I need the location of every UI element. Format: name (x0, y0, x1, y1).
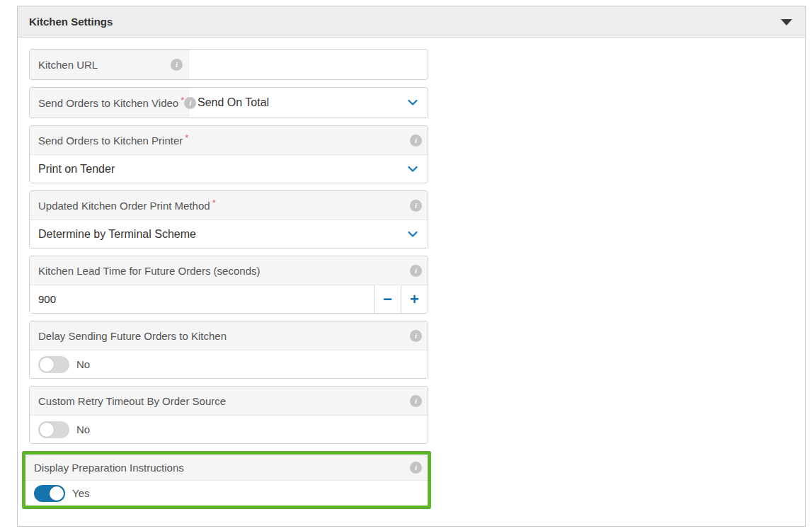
info-icon[interactable]: i (410, 395, 422, 407)
field-label: Updated Kitchen Order Print Method (38, 200, 210, 212)
kitchen-url-input[interactable] (198, 50, 419, 79)
field-display-preparation-instructions: Display Preparation Instructions i Yes (22, 451, 431, 509)
field-label: Delay Sending Future Orders to Kitchen (38, 330, 227, 342)
field-custom-retry-timeout: Custom Retry Timeout By Order Source i N… (29, 386, 428, 444)
info-icon[interactable]: i (410, 265, 422, 277)
prep-instructions-toggle-row: Yes (25, 481, 428, 506)
chevron-down-icon (406, 228, 419, 241)
kitchen-video-select[interactable]: Send On Total (189, 88, 428, 118)
retry-toggle[interactable] (38, 421, 69, 438)
plus-icon: + (410, 292, 419, 307)
required-marker: * (212, 198, 216, 208)
toggle-knob (40, 423, 54, 437)
lead-time-input[interactable] (30, 285, 374, 313)
selected-value: Determine by Terminal Scheme (38, 228, 196, 241)
prep-instructions-toggle[interactable] (34, 485, 65, 502)
field-label: Kitchen URL (38, 59, 98, 71)
field-label-row: Delay Sending Future Orders to Kitchen i (30, 321, 428, 350)
field-kitchen-url: Kitchen URL i (29, 49, 428, 80)
increment-button[interactable]: + (401, 285, 428, 313)
panel-header: Kitchen Settings (18, 6, 805, 38)
field-send-orders-kitchen-video: Send Orders to Kitchen Video * i Send On… (29, 87, 428, 118)
field-label: Custom Retry Timeout By Order Source (38, 395, 226, 407)
info-icon[interactable]: i (410, 462, 422, 474)
delay-toggle[interactable] (38, 356, 69, 373)
toggle-state-label: No (76, 423, 90, 435)
selected-value: Send On Total (198, 96, 269, 109)
required-marker: * (181, 95, 184, 105)
toggle-state-label: No (76, 358, 90, 370)
panel-title: Kitchen Settings (29, 16, 113, 28)
minus-icon: − (383, 292, 392, 307)
lead-time-stepper: − + (30, 285, 428, 313)
panel-body: Kitchen URL i Send Orders to Kitchen Vid… (18, 38, 805, 527)
field-label: Send Orders to Kitchen Printer (38, 135, 183, 147)
info-icon[interactable]: i (171, 59, 183, 71)
retry-toggle-row: No (30, 416, 428, 443)
info-icon[interactable]: i (410, 330, 422, 342)
field-label: Kitchen Lead Time for Future Orders (sec… (38, 265, 260, 277)
kitchen-printer-select[interactable]: Print on Tender (30, 155, 428, 183)
selected-value: Print on Tender (38, 163, 115, 176)
kitchen-settings-panel: Kitchen Settings Kitchen URL i Send Orde… (17, 6, 806, 527)
info-icon[interactable]: i (410, 200, 422, 212)
decrement-button[interactable]: − (374, 285, 401, 313)
field-updated-kitchen-order-print-method: Updated Kitchen Order Print Method * i D… (29, 190, 428, 249)
field-label: Display Preparation Instructions (34, 462, 184, 474)
field-label-cell: Kitchen URL i (30, 50, 189, 79)
field-label-row: Updated Kitchen Order Print Method * i (30, 191, 428, 220)
toggle-state-label: Yes (72, 487, 89, 499)
delay-toggle-row: No (30, 350, 428, 378)
field-label-cell: Send Orders to Kitchen Video * i (30, 88, 189, 118)
field-label-row: Kitchen Lead Time for Future Orders (sec… (30, 256, 428, 285)
info-icon[interactable]: i (410, 135, 422, 147)
required-marker: * (185, 132, 188, 143)
field-send-orders-kitchen-printer: Send Orders to Kitchen Printer * i Print… (29, 125, 428, 183)
field-label: Send Orders to Kitchen Video (38, 97, 178, 109)
toggle-knob (50, 486, 64, 501)
chevron-down-icon (406, 163, 419, 176)
collapse-caret-icon[interactable] (781, 19, 792, 25)
toggle-knob (40, 358, 54, 372)
field-kitchen-lead-time: Kitchen Lead Time for Future Orders (sec… (29, 256, 428, 314)
field-label-row: Custom Retry Timeout By Order Source i (30, 387, 428, 416)
field-label-row: Display Preparation Instructions i (25, 455, 428, 481)
print-method-select[interactable]: Determine by Terminal Scheme (30, 220, 428, 248)
kitchen-url-value-cell (189, 50, 428, 79)
field-label-row: Send Orders to Kitchen Printer * i (30, 126, 428, 155)
field-delay-sending-future-orders: Delay Sending Future Orders to Kitchen i… (29, 321, 428, 379)
chevron-down-icon (406, 96, 419, 109)
